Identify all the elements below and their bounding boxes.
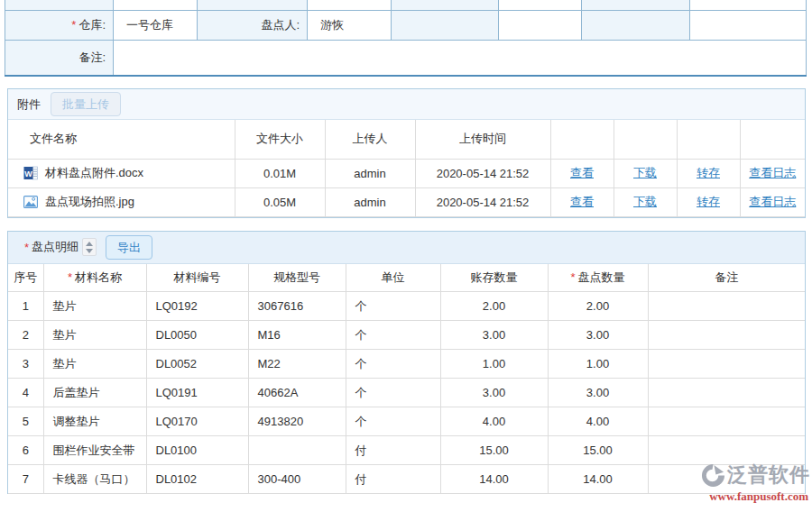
form-value-cell xyxy=(499,10,582,40)
image-file-icon xyxy=(23,195,38,209)
view-link[interactable]: 查看 xyxy=(570,166,594,179)
counter-label: 盘点人: xyxy=(198,10,308,40)
remark xyxy=(648,350,805,379)
remark xyxy=(648,436,805,465)
col-remark: 备注 xyxy=(648,264,805,292)
required-asterisk: * xyxy=(68,270,72,284)
table-row: 3 垫片 DL0052 M22 个 1.00 1.00 xyxy=(8,350,805,379)
spec-model: 3067616 xyxy=(248,292,346,321)
form-label-cell xyxy=(582,0,690,10)
attachments-panel: 附件 批量上传 文件名称 文件大小 上传人 上传时间 xyxy=(7,88,806,218)
remark xyxy=(648,321,805,350)
count-qty: 3.00 xyxy=(548,379,648,407)
form-label-cell xyxy=(5,0,114,10)
col-file-size: 文件大小 xyxy=(235,120,325,159)
download-link[interactable]: 下载 xyxy=(633,166,657,179)
col-no: 序号 xyxy=(8,264,43,292)
form-value-cell xyxy=(114,0,198,10)
form-row-clipped xyxy=(5,0,807,10)
detail-header-row: 序号 *材料名称 材料编号 规格型号 单位 账存数量 *盘点数量 备注 xyxy=(8,264,805,292)
remark-label: 备注: xyxy=(5,40,114,76)
row-no: 2 xyxy=(8,321,43,350)
material-code: DL0100 xyxy=(146,436,248,465)
count-qty: 14.00 xyxy=(548,465,648,494)
count-qty: 15.00 xyxy=(548,436,648,465)
unit: 付 xyxy=(346,465,440,494)
uploader: admin xyxy=(325,159,415,187)
material-code: DL0102 xyxy=(146,465,248,494)
col-material-name: *材料名称 xyxy=(43,264,146,292)
upload-time: 2020-05-14 21:52 xyxy=(415,187,550,216)
detail-title: 盘点明细 xyxy=(32,239,78,255)
row-no: 7 xyxy=(8,465,43,494)
material-name: 垫片 xyxy=(43,321,146,350)
row-no: 4 xyxy=(8,379,43,407)
detail-header-bar: * 盘点明细 导出 xyxy=(8,232,805,264)
required-asterisk: * xyxy=(71,18,76,32)
remark xyxy=(648,407,805,436)
col-action xyxy=(550,120,614,159)
view-log-link[interactable]: 查看日志 xyxy=(749,195,796,208)
header-form-table: *仓库: 一号仓库 盘点人: 游恢 备注: xyxy=(5,0,807,77)
required-asterisk: * xyxy=(24,241,29,254)
counter-value: 游恢 xyxy=(308,10,392,40)
remark-value xyxy=(114,40,807,76)
file-name-cell: 盘点现场拍照.jpg xyxy=(8,194,235,210)
table-row: 2 垫片 DL0050 M16 个 3.00 3.00 xyxy=(8,321,805,350)
form-value-cell xyxy=(690,0,807,10)
spec-model: M16 xyxy=(248,321,346,350)
attachments-header-row: 文件名称 文件大小 上传人 上传时间 xyxy=(8,120,805,159)
book-qty: 1.00 xyxy=(440,350,548,379)
file-name: 材料盘点附件.docx xyxy=(45,165,143,181)
file-size: 0.05M xyxy=(235,187,325,216)
col-action xyxy=(614,120,677,159)
spec-model xyxy=(248,436,346,465)
spec-model: 4913820 xyxy=(248,407,346,436)
col-action xyxy=(677,120,740,159)
book-qty: 14.00 xyxy=(440,465,548,494)
up-arrow-icon xyxy=(86,242,93,246)
file-name: 盘点现场拍照.jpg xyxy=(45,194,134,210)
form-row-remark: 备注: xyxy=(5,40,807,76)
view-log-link[interactable]: 查看日志 xyxy=(749,166,796,179)
transfer-link[interactable]: 转存 xyxy=(697,195,720,208)
table-row: 6 围栏作业安全带 DL0100 付 15.00 15.00 xyxy=(8,436,805,465)
col-material-code: 材料编号 xyxy=(146,264,248,292)
inventory-detail-table: 序号 *材料名称 材料编号 规格型号 单位 账存数量 *盘点数量 备注 1 垫片… xyxy=(8,264,805,495)
remark xyxy=(648,379,805,407)
col-uploader: 上传人 xyxy=(325,120,415,159)
material-name: 垫片 xyxy=(43,292,146,321)
material-name: 后盖垫片 xyxy=(43,379,146,407)
export-button[interactable]: 导出 xyxy=(106,235,152,260)
attachments-header-bar: 附件 批量上传 xyxy=(8,89,805,120)
col-count-qty: *盘点数量 xyxy=(548,264,648,292)
unit: 个 xyxy=(346,292,440,321)
transfer-link[interactable]: 转存 xyxy=(697,166,720,179)
material-code: LQ0192 xyxy=(146,292,248,321)
col-spec-model: 规格型号 xyxy=(248,264,346,292)
file-name-cell: W 材料盘点附件.docx xyxy=(8,165,235,181)
warehouse-value: 一号仓库 xyxy=(114,10,198,40)
attachment-row: W 材料盘点附件.docx 0.01M admin 2020-05-14 21:… xyxy=(8,159,805,187)
col-unit: 单位 xyxy=(346,264,440,292)
book-qty: 3.00 xyxy=(440,379,548,407)
count-qty: 1.00 xyxy=(548,350,648,379)
material-name: 垫片 xyxy=(43,350,146,379)
material-code: DL0050 xyxy=(146,321,248,350)
inventory-detail-panel: * 盘点明细 导出 序号 *材料名称 材料编号 规格型号 单位 账存数量 *盘点… xyxy=(7,231,806,495)
col-book-qty: 账存数量 xyxy=(440,264,548,292)
row-no: 6 xyxy=(8,436,43,465)
download-link[interactable]: 下载 xyxy=(633,195,657,208)
batch-upload-button[interactable]: 批量上传 xyxy=(51,92,121,116)
count-qty: 2.00 xyxy=(548,292,648,321)
sort-spinner-icon[interactable] xyxy=(82,238,97,256)
attachments-title: 附件 xyxy=(17,96,41,113)
form-label-cell xyxy=(392,0,499,10)
material-name: 围栏作业安全带 xyxy=(43,436,146,465)
spec-model: 40662A xyxy=(248,379,346,407)
view-link[interactable]: 查看 xyxy=(570,195,594,208)
table-row: 4 后盖垫片 LQ0191 40662A 个 3.00 3.00 xyxy=(8,379,805,407)
required-asterisk: * xyxy=(570,270,575,284)
count-qty: 3.00 xyxy=(548,321,648,350)
count-qty: 4.00 xyxy=(548,407,648,436)
